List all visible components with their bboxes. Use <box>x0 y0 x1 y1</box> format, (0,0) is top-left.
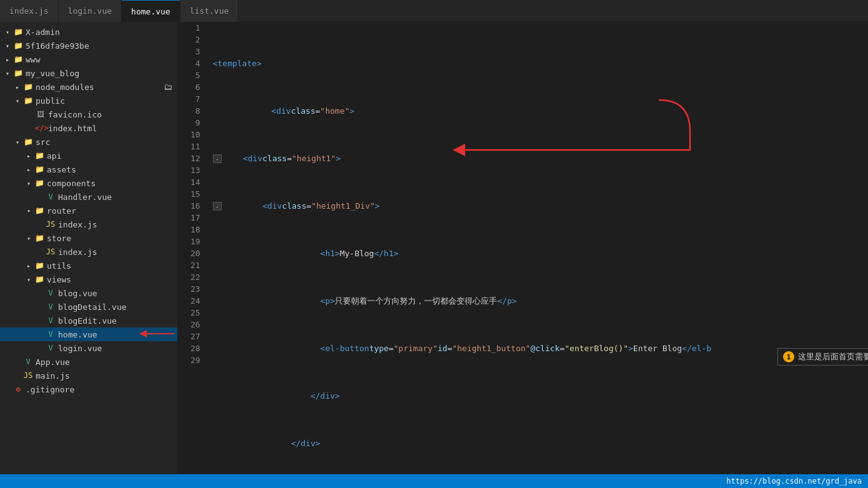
sidebar-label: blogDetail.vue <box>58 302 177 312</box>
sidebar-item-index-html[interactable]: </> index.html <box>0 121 177 135</box>
arrow-icon <box>2 56 12 63</box>
folder-icon: 📁 <box>12 27 24 36</box>
sidebar-label: index.js <box>58 247 177 257</box>
code-content: <template> <div class="home"> - <div cla… <box>207 22 868 474</box>
code-line: - <div class="height1"> <box>213 152 868 164</box>
file-icon: V <box>45 192 56 201</box>
code-line: </div> <box>213 390 868 402</box>
folder-icon: 📁 <box>34 275 45 284</box>
sidebar-item-x-admin[interactable]: 📁 X-admin <box>0 25 177 39</box>
sidebar-label: Handler.vue <box>58 192 177 202</box>
tab-index-js[interactable]: index.js <box>0 0 59 22</box>
folder-icon: 📁 <box>22 82 34 91</box>
sidebar-item-login-vue[interactable]: V login.vue <box>0 341 177 355</box>
sidebar-item-blog-vue[interactable]: V blog.vue <box>0 286 177 300</box>
sidebar-item-5f16[interactable]: 📁 5f16dfa9e93be <box>0 39 177 52</box>
sidebar-label: .gitignore <box>26 385 177 394</box>
tooltip-text: 这里是后面首页需要开发的，先留着 <box>798 351 868 362</box>
sidebar-item-home-vue[interactable]: V home.vue <box>0 327 177 341</box>
arrow-icon <box>24 152 34 159</box>
tooltip-badge: 1 <box>783 351 794 362</box>
sidebar-item-components[interactable]: 📁 components <box>0 176 177 190</box>
arrow-icon <box>12 84 22 91</box>
folder-icon: 📁 <box>34 165 45 174</box>
arrow-icon <box>24 262 34 269</box>
sidebar-item-assets[interactable]: 📁 assets <box>0 162 177 176</box>
tab-bar: index.js login.vue home.vue list.vue <box>0 0 868 22</box>
fold-icon[interactable]: - <box>213 154 222 163</box>
arrow-icon <box>24 166 34 173</box>
arrow-icon <box>24 276 34 283</box>
folder-icon: 📁 <box>22 137 34 146</box>
sidebar-item-store-index[interactable]: JS index.js <box>0 245 177 259</box>
sidebar-item-router-index[interactable]: JS index.js <box>0 217 177 231</box>
folder-icon: 📁 <box>34 151 45 160</box>
sidebar-label: X-admin <box>26 27 177 37</box>
sidebar-label: 5f16dfa9e93be <box>26 41 177 51</box>
code-view[interactable]: 12345 678910 1112131415 1617181920 21222… <box>178 22 868 474</box>
folder-icon: 📁 <box>12 69 24 77</box>
arrow-icon <box>2 29 12 36</box>
code-line: <h1>My-Blog</h1> <box>213 247 868 259</box>
sidebar-item-blogedit-vue[interactable]: V blogEdit.vue <box>0 314 177 327</box>
sidebar-label: views <box>47 275 177 284</box>
file-icon: 🖼 <box>35 110 46 119</box>
sidebar: 📁 X-admin 📁 5f16dfa9e93be 📁 www 📁 my_vue… <box>0 22 178 474</box>
folder-icon: 📁 <box>34 234 45 242</box>
sidebar-item-utils[interactable]: 📁 utils <box>0 259 177 272</box>
tab-home-vue[interactable]: home.vue <box>122 0 180 22</box>
sidebar-label: router <box>47 206 177 216</box>
sidebar-item-my-vue-blog[interactable]: 📁 my_vue_blog <box>0 66 177 80</box>
sidebar-item-public[interactable]: 📁 public <box>0 94 177 107</box>
code-line: </div> <box>213 437 868 449</box>
sidebar-item-blogdetail-vue[interactable]: V blogDetail.vue <box>0 300 177 314</box>
code-line: <template> <box>213 57 868 69</box>
folder-icon: 📁 <box>12 41 24 50</box>
sidebar-label: main.js <box>36 371 177 381</box>
tooltip-box: 1 这里是后面首页需要开发的，先留着 <box>777 348 868 366</box>
folder-icon: 📁 <box>34 206 45 215</box>
code-line: - <div class="height1_Div"> <box>213 200 868 212</box>
sidebar-label: store <box>47 234 177 243</box>
arrow-icon <box>24 180 34 187</box>
sidebar-label: public <box>36 96 177 106</box>
sidebar-item-views[interactable]: 📁 views <box>0 272 177 286</box>
file-icon: V <box>22 357 34 366</box>
main-area: 📁 X-admin 📁 5f16dfa9e93be 📁 www 📁 my_vue… <box>0 22 868 474</box>
sidebar-label: login.vue <box>58 344 177 353</box>
sidebar-item-gitignore[interactable]: ⚙ .gitignore <box>0 382 177 396</box>
sidebar-label: my_vue_blog <box>26 69 177 78</box>
sidebar-label: node_modules <box>36 82 164 92</box>
arrow-icon <box>12 97 22 104</box>
file-icon: </> <box>35 124 46 132</box>
sidebar-label: www <box>26 55 177 64</box>
new-folder-icon[interactable]: 🗂 <box>164 82 172 92</box>
sidebar-item-router[interactable]: 📁 router <box>0 204 177 217</box>
tab-login-vue[interactable]: login.vue <box>59 0 122 22</box>
status-bar: https://blog.csdn.net/grd_java <box>0 474 868 488</box>
sidebar-label: index.js <box>58 220 177 229</box>
sidebar-label: components <box>47 179 177 188</box>
sidebar-item-node-modules[interactable]: 📁 node_modules 🗂 <box>0 80 177 94</box>
sidebar-item-app-vue[interactable]: V App.vue <box>0 355 177 369</box>
file-icon: V <box>45 289 56 297</box>
sidebar-label: utils <box>47 261 177 271</box>
sidebar-item-api[interactable]: 📁 api <box>0 149 177 162</box>
status-url: https://blog.csdn.net/grd_java <box>726 477 862 486</box>
sidebar-item-main-js[interactable]: JS main.js <box>0 369 177 382</box>
sidebar-label: favicon.ico <box>48 110 177 119</box>
sidebar-item-www[interactable]: 📁 www <box>0 52 177 66</box>
fold-icon[interactable]: - <box>213 202 222 211</box>
folder-icon: 📁 <box>34 261 45 270</box>
folder-icon: 📁 <box>22 96 34 105</box>
sidebar-item-store[interactable]: 📁 store <box>0 231 177 245</box>
arrow-icon <box>24 207 34 214</box>
tab-list-vue[interactable]: list.vue <box>180 0 239 22</box>
sidebar-item-favicon[interactable]: 🖼 favicon.ico <box>0 107 177 121</box>
sidebar-item-src[interactable]: 📁 src <box>0 135 177 149</box>
code-line: <el-button type="primary" id="height1_bu… <box>213 342 868 354</box>
sidebar-item-handler-vue[interactable]: V Handler.vue <box>0 190 177 204</box>
arrow-icon <box>2 42 12 49</box>
line-numbers: 12345 678910 1112131415 1617181920 21222… <box>178 22 207 474</box>
file-icon: V <box>45 330 56 339</box>
